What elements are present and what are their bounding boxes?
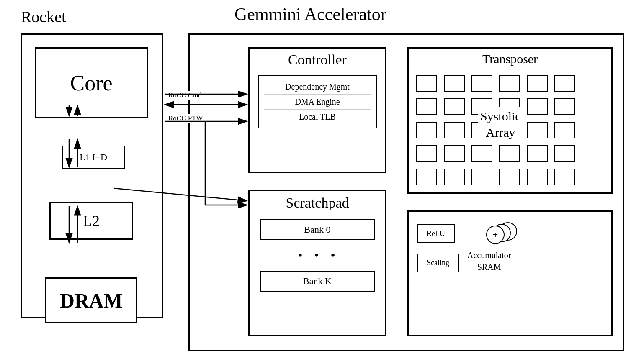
controller-title: Controller xyxy=(250,49,385,71)
systolic-cell xyxy=(527,145,548,162)
core-box: Core xyxy=(35,47,148,118)
gemmini-title: Gemmini Accelerator xyxy=(234,4,386,24)
relu-box: ReLU xyxy=(417,224,455,243)
controller-box: Controller Dependency Mgmt DMA Engine Lo… xyxy=(248,47,386,173)
adder-stack: + + + xyxy=(474,222,524,243)
controller-inner-box: Dependency Mgmt DMA Engine Local TLB xyxy=(258,75,377,128)
bankK-box: Bank K xyxy=(260,271,375,292)
scratchpad-title: Scratchpad xyxy=(250,191,385,215)
systolic-cell xyxy=(499,145,520,162)
systolic-cell xyxy=(416,145,437,162)
systolic-cell xyxy=(554,75,575,92)
systolic-cell xyxy=(416,169,437,185)
controller-item-dependency: Dependency Mgmt xyxy=(264,79,371,95)
systolic-cell xyxy=(527,122,548,138)
l2-box: L2 xyxy=(49,202,133,240)
dram-box: DRAM xyxy=(45,277,137,323)
systolic-cell xyxy=(554,122,575,138)
systolic-cell xyxy=(471,169,492,185)
rocket-outer-box: Core L1 I+D L2 DRAM xyxy=(21,33,163,318)
accumulator-sram-label: Accumulator SRAM xyxy=(467,249,511,273)
scratchpad-dots: • • • xyxy=(250,244,385,267)
transposer-box: Transposer xyxy=(407,47,613,194)
systolic-cell xyxy=(527,98,548,115)
rocket-title: Rocket xyxy=(21,8,66,26)
systolic-cell xyxy=(527,169,548,185)
l2-label: L2 xyxy=(83,212,100,230)
systolic-cell xyxy=(444,169,465,185)
systolic-cell xyxy=(471,145,492,162)
systolic-container: Systolic Array xyxy=(413,72,607,189)
l1-box: L1 I+D xyxy=(62,146,125,169)
systolic-cell xyxy=(444,145,465,162)
bank0-box: Bank 0 xyxy=(260,219,375,240)
systolic-cell xyxy=(499,75,520,92)
l1-label: L1 I+D xyxy=(80,152,107,163)
systolic-cell xyxy=(416,122,437,138)
scaling-box: Scaling xyxy=(417,254,459,272)
systolic-cell xyxy=(444,75,465,92)
systolic-cell xyxy=(444,98,465,115)
adder-circle-3: + xyxy=(486,226,505,244)
gemmini-outer-box: Controller Dependency Mgmt DMA Engine Lo… xyxy=(188,33,624,351)
core-label: Core xyxy=(70,71,112,95)
diagram-container: Rocket Gemmini Accelerator Core L1 I+D L… xyxy=(0,0,636,364)
dram-label: DRAM xyxy=(60,289,122,312)
systolic-cell xyxy=(527,75,548,92)
systolic-cell xyxy=(416,98,437,115)
transposer-title: Transposer xyxy=(409,49,611,69)
controller-item-dma: DMA Engine xyxy=(264,95,371,110)
systolic-cell xyxy=(554,98,575,115)
accumulator-box: ReLU Scaling + + + Accumulator SRAM xyxy=(407,210,613,336)
rocc-cmd-label: RoCC Cmd xyxy=(167,91,203,100)
systolic-cell xyxy=(554,169,575,185)
systolic-cell xyxy=(444,122,465,138)
controller-item-tlb: Local TLB xyxy=(264,110,371,124)
systolic-label: Systolic Array xyxy=(478,107,523,141)
systolic-cell xyxy=(471,75,492,92)
systolic-cell xyxy=(416,75,437,92)
scratchpad-box: Scratchpad Bank 0 • • • Bank K xyxy=(248,190,386,336)
systolic-cell xyxy=(554,145,575,162)
systolic-cell xyxy=(499,169,520,185)
rocc-ptw-label: RoCC PTW xyxy=(167,114,204,123)
